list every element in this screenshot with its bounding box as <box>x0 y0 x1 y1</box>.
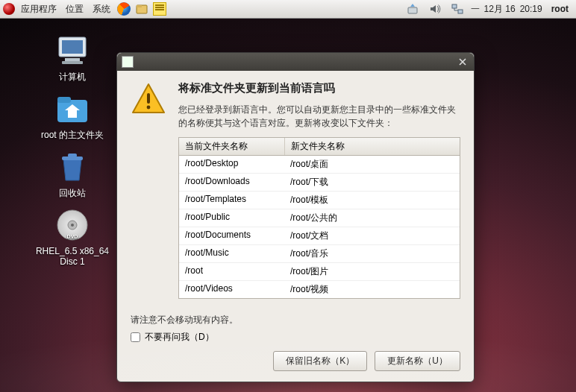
cell-old: /root/Templates <box>179 192 284 209</box>
svg-point-20 <box>147 106 151 110</box>
col-old-name[interactable]: 当前文件夹名称 <box>179 138 285 155</box>
desktop-icon-label: 计算机 <box>31 72 113 82</box>
desktop-icon-disc[interactable]: DVD RHEL_6.5 x86_64 Disc 1 <box>31 207 113 267</box>
cell-new: /root/下载 <box>284 174 460 191</box>
close-button[interactable] <box>456 55 469 69</box>
cell-old: /root/Downloads <box>179 174 284 191</box>
menu-places[interactable]: 位置 <box>61 0 88 18</box>
file-manager-icon[interactable] <box>135 2 148 16</box>
window-icon <box>122 56 134 68</box>
dialog-note: 请注意不会移动现有内容。 <box>131 314 460 326</box>
network-icon[interactable] <box>451 2 464 16</box>
desktop-icon-label: RHEL_6.5 x86_64 Disc 1 <box>31 246 113 267</box>
cell-new: /root/文档 <box>284 227 460 244</box>
svg-rect-19 <box>147 93 150 104</box>
svg-point-17 <box>71 224 74 227</box>
distro-logo-icon[interactable] <box>3 3 15 15</box>
svg-rect-13 <box>68 154 77 157</box>
table-header: 当前文件夹名称 新文件夹名称 <box>179 138 460 156</box>
cell-old: /root/Videos <box>179 281 284 298</box>
computer-icon <box>54 33 90 69</box>
cell-old: /root/Desktop <box>179 156 284 173</box>
top-panel: 应用程序 位置 系统 一 12月 16 20:19 root <box>0 0 576 19</box>
svg-rect-3 <box>452 4 457 8</box>
col-new-name[interactable]: 新文件夹名称 <box>285 138 460 155</box>
desktop-icon-computer[interactable]: 计算机 <box>31 33 113 82</box>
menu-system[interactable]: 系统 <box>88 0 115 18</box>
keep-old-names-button[interactable]: 保留旧名称（K） <box>273 351 367 371</box>
cell-old: /root/Music <box>179 245 284 262</box>
svg-text:DVD: DVD <box>67 234 78 239</box>
desktop-background: 应用程序 位置 系统 一 12月 16 20:19 root <box>0 0 576 392</box>
svg-rect-8 <box>62 61 83 64</box>
svg-rect-11 <box>68 110 77 118</box>
table-row[interactable]: /root/Downloads/root/下载 <box>179 174 460 192</box>
dialog-heading: 将标准文件夹更新到当前语言吗 <box>178 81 460 95</box>
svg-rect-7 <box>65 58 80 61</box>
clock-time[interactable]: 20:19 <box>520 4 542 14</box>
notes-icon[interactable] <box>153 2 166 16</box>
volume-icon[interactable] <box>428 2 442 16</box>
table-row[interactable]: /root/Public/root/公共的 <box>179 209 460 227</box>
table-row[interactable]: /root/Templates/root/模板 <box>179 192 460 209</box>
cell-old: /root/Documents <box>179 227 284 244</box>
dont-ask-checkbox[interactable]: 不要再问我（D） <box>131 331 460 344</box>
cell-new: /root/音乐 <box>284 245 460 262</box>
trash-icon <box>54 149 90 185</box>
system-tray: 一 12月 16 20:19 root <box>404 2 573 16</box>
dont-ask-label: 不要再问我（D） <box>145 331 214 344</box>
folders-table: 当前文件夹名称 新文件夹名称 /root/Desktop/root/桌面/roo… <box>178 137 460 299</box>
table-row[interactable]: /root/root/图片 <box>179 263 460 281</box>
menu-applications[interactable]: 应用程序 <box>16 0 61 18</box>
update-folders-dialog: 将标准文件夹更新到当前语言吗 您已经登录到新语言中。您可以自动更新您主目录中的一… <box>116 52 475 382</box>
clock-dayofweek[interactable]: 一 <box>471 3 480 16</box>
cell-old: /root <box>179 263 284 280</box>
table-row[interactable]: /root/Documents/root/文档 <box>179 227 460 245</box>
dvd-icon: DVD <box>54 207 90 243</box>
updates-icon[interactable] <box>406 2 419 16</box>
svg-rect-2 <box>408 7 417 13</box>
svg-rect-10 <box>57 97 71 103</box>
clock-date[interactable]: 12月 16 <box>484 3 516 16</box>
table-row[interactable]: /root/Music/root/音乐 <box>179 245 460 263</box>
desktop-icon-trash[interactable]: 回收站 <box>31 149 113 198</box>
cell-new: /root/桌面 <box>284 156 460 173</box>
svg-rect-1 <box>137 5 142 7</box>
table-row[interactable]: /root/Videos/root/视频 <box>179 281 460 298</box>
cell-new: /root/图片 <box>284 263 460 280</box>
warning-icon <box>131 81 166 117</box>
cell-old: /root/Public <box>179 209 284 227</box>
svg-rect-6 <box>62 40 83 54</box>
home-folder-icon <box>54 91 90 127</box>
firefox-icon[interactable] <box>117 2 131 16</box>
update-names-button[interactable]: 更新名称（U） <box>375 351 460 371</box>
cell-new: /root/公共的 <box>284 209 460 227</box>
svg-rect-4 <box>458 10 463 13</box>
desktop-icon-label: root 的主文件夹 <box>31 130 113 140</box>
user-menu[interactable]: root <box>547 4 573 14</box>
desktop-icon-label: 回收站 <box>31 188 113 198</box>
dont-ask-input[interactable] <box>131 332 140 342</box>
cell-new: /root/模板 <box>284 192 460 209</box>
dialog-titlebar[interactable] <box>117 53 474 71</box>
desktop-icon-home[interactable]: root 的主文件夹 <box>31 91 113 140</box>
cell-new: /root/视频 <box>284 281 460 298</box>
table-row[interactable]: /root/Desktop/root/桌面 <box>179 156 460 174</box>
dialog-message: 您已经登录到新语言中。您可以自动更新您主目录中的一些标准文件夹的名称便其与这个语… <box>178 103 460 130</box>
